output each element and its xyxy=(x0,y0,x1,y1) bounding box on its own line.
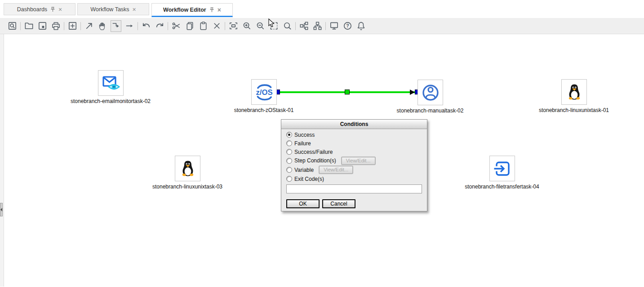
option-variable[interactable]: Variable View/Edit... xyxy=(286,165,422,175)
toolbar-separator xyxy=(168,22,168,30)
radio-success[interactable] xyxy=(286,132,292,138)
manual-task-icon xyxy=(421,83,440,103)
option-step-conditions[interactable]: Step Condition(s) View/Edit... xyxy=(286,156,422,165)
toolbar-separator xyxy=(64,22,64,30)
task-node-manual[interactable]: stonebranch-manualtask-02 xyxy=(417,80,443,105)
connector-midpoint-handle[interactable] xyxy=(345,90,350,94)
save-icon[interactable] xyxy=(37,20,48,32)
svg-text:z/OS: z/OS xyxy=(256,88,272,97)
task-node-linux01[interactable]: stonebranch-linuxunixtask-01 xyxy=(561,79,587,105)
radio-success-failure[interactable] xyxy=(286,149,292,155)
zoom-in-icon[interactable] xyxy=(241,20,252,32)
radio-variable[interactable] xyxy=(286,167,292,173)
radio-step-conditions[interactable] xyxy=(286,158,292,164)
close-tab-icon[interactable]: × xyxy=(58,6,62,13)
open-workflow-icon[interactable] xyxy=(23,20,34,32)
cut-icon[interactable] xyxy=(171,20,182,32)
close-tab-icon[interactable]: × xyxy=(218,7,221,13)
notifications-icon[interactable] xyxy=(355,20,366,32)
option-success[interactable]: Success xyxy=(286,130,422,139)
view-edit-variable-button[interactable]: View/Edit... xyxy=(319,166,353,174)
radio-label: Variable xyxy=(294,167,314,173)
view-edit-step-conditions-button[interactable]: View/Edit... xyxy=(341,157,376,165)
monitor-icon[interactable] xyxy=(329,20,339,32)
task-label: stonebranch-filetransfertask-04 xyxy=(465,184,539,190)
task-node-zos[interactable]: z/OS stonebranch-zOStask-01 xyxy=(251,79,277,105)
task-node-filetransfer[interactable]: stonebranch-filetransfertask-04 xyxy=(489,156,515,181)
open-in-new-icon[interactable] xyxy=(84,20,94,32)
toolbar-separator xyxy=(138,22,138,30)
toolbar-separator xyxy=(325,22,326,30)
collapse-panel-handle[interactable] xyxy=(0,203,3,216)
help-icon[interactable]: ? xyxy=(342,20,353,32)
redo-icon[interactable] xyxy=(154,20,165,32)
task-label: stonebranch-manualtask-02 xyxy=(397,108,464,114)
workflow-editor-app: Dashboards × Workflow Tasks × Workflow E… xyxy=(0,0,644,287)
toolbar: ? xyxy=(0,18,644,34)
radio-label: Step Condition(s) xyxy=(294,157,336,164)
tab-bar: Dashboards × Workflow Tasks × Workflow E… xyxy=(0,0,644,18)
connector-straight-icon[interactable] xyxy=(124,20,135,32)
cancel-button[interactable]: Cancel xyxy=(322,199,355,208)
task-label: stonebranch-linuxunixtask-03 xyxy=(152,184,222,190)
add-task-icon[interactable] xyxy=(67,20,78,32)
radio-label: Success xyxy=(294,132,315,138)
tab-workflow-editor[interactable]: Workflow Editor × xyxy=(151,3,233,17)
zoom-preview-icon[interactable] xyxy=(7,20,18,32)
pin-icon[interactable] xyxy=(209,7,214,13)
conditions-dialog: Conditions Success Failure Success/Failu… xyxy=(281,119,427,211)
zos-task-icon: z/OS xyxy=(254,82,275,103)
connector-elbow-icon[interactable] xyxy=(111,20,121,32)
task-node-linux03[interactable]: stonebranch-linuxunixtask-03 xyxy=(175,156,200,181)
layout-horizontal-icon[interactable] xyxy=(298,20,309,32)
undo-icon[interactable] xyxy=(141,20,151,32)
toolbar-separator xyxy=(295,22,296,30)
pan-icon[interactable] xyxy=(97,20,108,32)
toolbar-separator xyxy=(20,22,21,30)
radio-label: Success/Failure xyxy=(294,149,333,155)
toolbar-separator xyxy=(225,22,225,30)
workflow-canvas[interactable]: stonebranch-emailmonitortask-02 z/OS sto… xyxy=(0,34,644,287)
radio-failure[interactable] xyxy=(286,140,292,146)
layout-vertical-icon[interactable] xyxy=(312,20,323,32)
collapse-arrow-icon xyxy=(0,208,2,211)
radio-label: Failure xyxy=(294,140,311,147)
option-exit-codes[interactable]: Exit Code(s) xyxy=(286,175,422,183)
linux-unix-task-icon xyxy=(178,159,198,179)
fit-to-window-icon[interactable] xyxy=(228,20,239,32)
dialog-body: Success Failure Success/Failure Step Con… xyxy=(281,129,427,211)
task-label: stonebranch-zOStask-01 xyxy=(234,107,294,113)
task-label: stonebranch-emailmonitortask-02 xyxy=(71,98,151,104)
paste-icon[interactable] xyxy=(198,20,209,32)
print-icon[interactable] xyxy=(50,20,61,32)
ok-button[interactable]: OK xyxy=(286,199,320,208)
exit-codes-input[interactable] xyxy=(286,184,422,193)
left-gutter xyxy=(0,34,4,287)
mouse-cursor xyxy=(268,18,275,28)
tab-label: Dashboards xyxy=(17,6,47,13)
close-tab-icon[interactable]: × xyxy=(133,6,136,13)
zoom-reset-icon[interactable] xyxy=(282,20,293,32)
radio-label: Exit Code(s) xyxy=(294,176,324,182)
task-node-emailmonitor[interactable]: stonebranch-emailmonitortask-02 xyxy=(98,70,124,96)
option-failure[interactable]: Failure xyxy=(286,139,422,148)
tab-dashboards[interactable]: Dashboards × xyxy=(4,3,76,15)
radio-exit-codes[interactable] xyxy=(286,176,292,182)
tab-label: Workflow Editor xyxy=(163,7,206,13)
svg-text:?: ? xyxy=(346,23,349,28)
pin-icon[interactable] xyxy=(50,7,55,12)
toolbar-separator xyxy=(80,22,81,30)
linux-unix-task-icon xyxy=(564,82,584,102)
dialog-title[interactable]: Conditions xyxy=(281,120,427,129)
email-monitor-icon xyxy=(101,73,121,93)
file-transfer-task-icon xyxy=(493,159,512,179)
dialog-buttons: OK Cancel xyxy=(286,199,422,208)
task-label: stonebranch-linuxunixtask-01 xyxy=(539,107,609,113)
delete-icon[interactable] xyxy=(211,20,222,32)
zoom-out-icon[interactable] xyxy=(255,20,266,32)
tab-label: Workflow Tasks xyxy=(90,6,129,13)
option-success-failure[interactable]: Success/Failure xyxy=(286,148,422,156)
copy-icon[interactable] xyxy=(184,20,195,32)
tab-workflow-tasks[interactable]: Workflow Tasks × xyxy=(77,3,149,15)
